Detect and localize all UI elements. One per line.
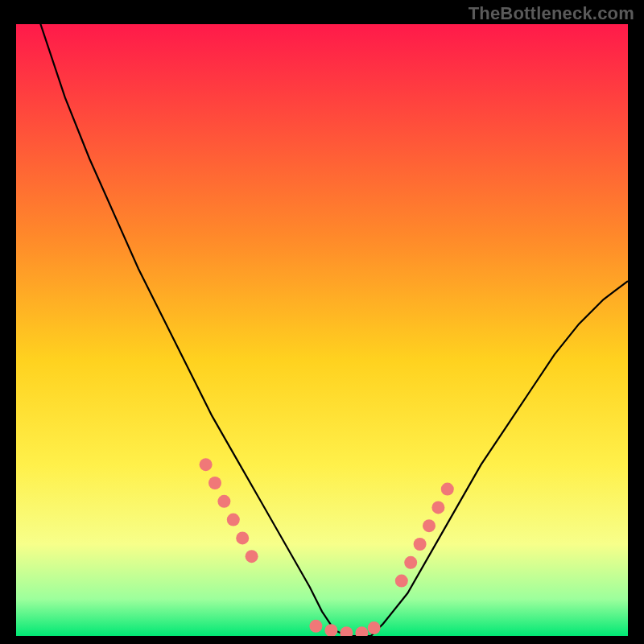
- data-dot: [217, 495, 230, 508]
- data-dot: [414, 538, 427, 551]
- data-dot: [431, 501, 444, 514]
- data-dot: [395, 575, 408, 588]
- data-dot: [423, 519, 436, 532]
- chart-frame: TheBottleneck.com: [0, 0, 644, 644]
- data-dot: [246, 550, 258, 563]
- data-dot: [368, 621, 381, 634]
- data-dot: [227, 514, 240, 526]
- data-dot: [309, 620, 322, 633]
- data-dot: [441, 483, 454, 496]
- data-dot: [200, 458, 213, 471]
- data-dot: [208, 477, 221, 489]
- gradient-background: [16, 24, 628, 636]
- plot-area: [16, 24, 628, 636]
- chart-svg: [16, 24, 628, 636]
- data-dot: [404, 556, 417, 569]
- data-dot: [236, 531, 249, 544]
- watermark-text: TheBottleneck.com: [469, 3, 634, 24]
